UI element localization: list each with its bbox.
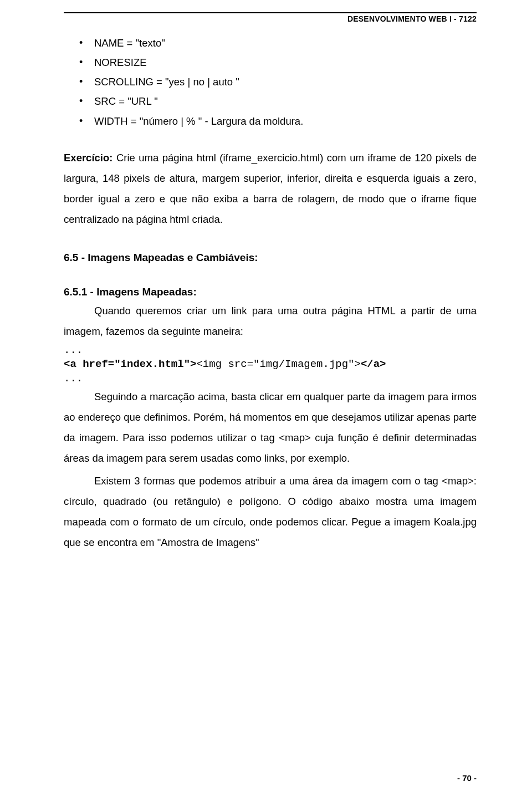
header-title: DESENVOLVIMENTO WEB I - 7122 [64, 14, 477, 23]
list-item: SRC = "URL " [64, 91, 477, 111]
list-item: NAME = "texto" [64, 33, 477, 53]
paragraph: Existem 3 formas que podemos atribuir a … [64, 471, 477, 553]
section-heading: 6.5 - Imagens Mapeadas e Cambiáveis: [64, 252, 477, 264]
header-rule [64, 12, 477, 13]
code-ellipsis: ... [64, 372, 477, 386]
code-a-close: </a> [361, 358, 386, 370]
list-item: SCROLLING = "yes | no | auto " [64, 72, 477, 91]
subsection-heading: 6.5.1 - Imagens Mapeadas: [64, 286, 477, 298]
exercise-paragraph: Exercício: Crie uma página html (iframe_… [64, 147, 477, 229]
code-line: <a href="index.html"><img src="img/Image… [64, 357, 477, 372]
paragraph: Seguindo a marcação acima, basta clicar … [64, 386, 477, 468]
list-item: NORESIZE [64, 53, 477, 72]
page-number: - 70 - [457, 773, 477, 783]
list-item: WIDTH = "número | % " - Largura da moldu… [64, 111, 477, 131]
code-a-open: <a href="index.html"> [64, 358, 196, 370]
exercise-label: Exercício: [64, 152, 116, 164]
exercise-text: Crie uma página html (iframe_exercicio.h… [64, 152, 477, 225]
code-img: <img src="img/Imagem.jpg"> [196, 358, 360, 370]
paragraph: Quando queremos criar um link para uma o… [64, 300, 477, 341]
attribute-list: NAME = "texto" NORESIZE SCROLLING = "yes… [64, 33, 477, 131]
page: DESENVOLVIMENTO WEB I - 7122 NAME = "tex… [0, 0, 532, 807]
code-ellipsis: ... [64, 344, 477, 358]
